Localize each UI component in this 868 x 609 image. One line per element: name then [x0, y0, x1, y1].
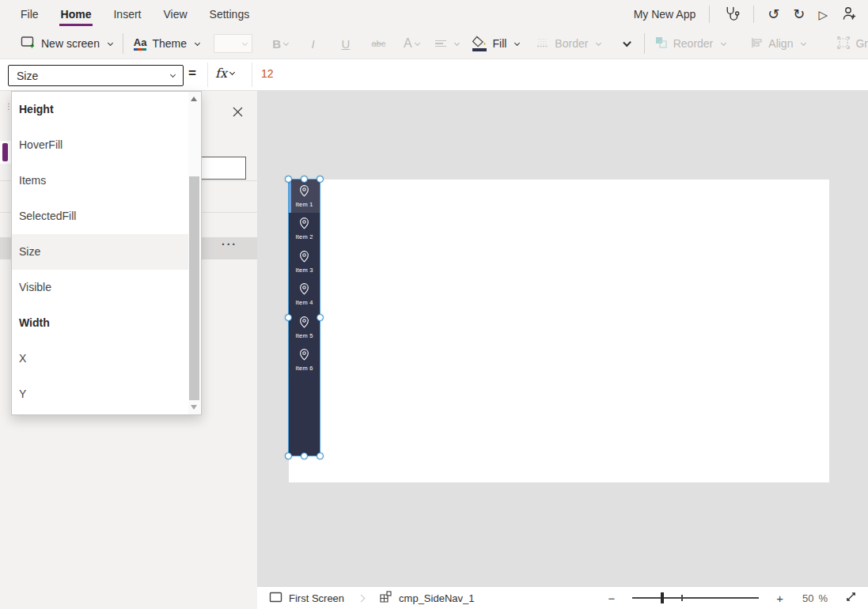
theme-button[interactable]: Aa Theme — [134, 37, 199, 51]
zoom-slider-thumb[interactable] — [661, 592, 664, 603]
breadcrumb-screen[interactable]: First Screen — [289, 592, 344, 604]
menu-item-insert[interactable]: Insert — [102, 0, 152, 28]
font-color-button[interactable]: A — [395, 36, 427, 51]
close-panel-icon[interactable] — [230, 104, 245, 119]
app-checker-icon[interactable] — [723, 5, 740, 24]
chevron-down-icon — [801, 40, 806, 45]
undo-icon[interactable]: ↺ — [768, 7, 779, 21]
italic-button[interactable]: I — [297, 37, 329, 51]
divider — [753, 6, 754, 23]
share-person-icon[interactable] — [841, 6, 857, 24]
property-option-items[interactable]: Items — [12, 163, 188, 199]
property-dropdown-list: HeightHoverFillItemsSelectedFillSizeVisi… — [11, 91, 202, 415]
sidenav-component[interactable]: Item 1Item 2Item 3Item 4Item 5Item 6 — [289, 180, 320, 456]
screen-artboard[interactable] — [289, 180, 829, 482]
redo-icon[interactable]: ↻ — [793, 7, 805, 21]
titlebar-right: My New App ↺ ↻ ▷ — [634, 0, 868, 28]
divider — [252, 62, 252, 87]
property-selector-combobox[interactable]: Size — [8, 65, 184, 86]
formula-input[interactable]: 12 — [261, 67, 860, 80]
property-option-x[interactable]: X — [12, 341, 188, 376]
sidenav-item-4[interactable]: Item 4 — [289, 278, 320, 312]
equals-sign: = — [188, 66, 196, 81]
border-label: Border — [555, 37, 588, 50]
selection-handle-top-middle[interactable] — [301, 176, 308, 183]
chevron-down-icon — [170, 72, 176, 78]
zoom-percent-value: 50 — [802, 592, 813, 604]
selection-handle-bottom-right[interactable] — [316, 452, 324, 460]
fit-to-window-icon[interactable] — [845, 591, 857, 605]
zoom-slider-tick — [681, 595, 683, 601]
scroll-down-icon[interactable] — [191, 405, 197, 410]
selection-handle-middle-right[interactable] — [316, 314, 324, 321]
text-align-button[interactable] — [435, 40, 459, 47]
menu-item-view[interactable]: View — [152, 0, 198, 28]
sidenav-item-5[interactable]: Item 5 — [289, 311, 320, 344]
font-size-combobox[interactable] — [214, 34, 252, 53]
reorder-icon — [655, 36, 668, 51]
sidenav-item-label: Item 4 — [295, 299, 313, 306]
status-bar: First Screen cmp_SideNav_1 − + 50 — [257, 586, 868, 609]
new-screen-icon — [21, 36, 36, 51]
selection-handle-middle-left[interactable] — [285, 314, 292, 321]
property-option-width[interactable]: Width — [12, 305, 188, 341]
breadcrumb: First Screen cmp_SideNav_1 — [257, 590, 474, 607]
sidenav-item-label: Item 2 — [295, 233, 313, 240]
selection-handle-top-left[interactable] — [285, 176, 292, 183]
reorder-button[interactable]: Reorder — [655, 36, 726, 51]
sidenav-item-3[interactable]: Item 3 — [289, 245, 320, 278]
fill-button[interactable]: Fill — [472, 36, 519, 51]
sidenav-item-1[interactable]: Item 1 — [289, 180, 320, 213]
zoom-slider[interactable] — [632, 597, 759, 599]
underline-button[interactable]: U — [329, 37, 362, 51]
chevron-down-icon — [283, 40, 289, 45]
property-option-selectedfill[interactable]: SelectedFill — [12, 199, 188, 234]
property-option-y[interactable]: Y — [12, 376, 188, 412]
align-button[interactable]: Align — [751, 37, 805, 51]
property-option-hoverfill[interactable]: HoverFill — [12, 127, 188, 163]
bold-button[interactable]: B — [263, 37, 296, 51]
fx-icon: fx — [215, 66, 227, 81]
property-option-height[interactable]: Height — [12, 92, 188, 127]
scrollbar-thumb[interactable] — [189, 176, 199, 400]
zoom-controls: − + 50 % — [608, 591, 868, 605]
chevron-down-icon — [596, 40, 601, 45]
main-menu: FileHomeInsertViewSettings — [0, 0, 260, 28]
fx-dropdown-button[interactable]: fx — [215, 66, 234, 81]
play-preview-icon[interactable]: ▷ — [818, 9, 828, 21]
overflow-menu-icon[interactable]: ··· — [222, 238, 237, 251]
fill-bucket-icon — [472, 36, 487, 51]
selection-handle-bottom-middle[interactable] — [301, 452, 308, 460]
border-button[interactable]: Border — [536, 37, 601, 51]
zoom-percent-unit: % — [818, 592, 828, 604]
chevron-down-icon — [229, 70, 235, 75]
group-button[interactable]: Gr — [837, 36, 868, 51]
menu-item-settings[interactable]: Settings — [199, 0, 261, 28]
align-icon — [751, 37, 763, 51]
menu-item-home[interactable]: Home — [50, 0, 103, 28]
ribbon-toolbar: New screen Aa Theme B I U abc A — [0, 28, 868, 59]
breadcrumb-component[interactable]: cmp_SideNav_1 — [399, 592, 474, 604]
dropdown-scrollbar[interactable] — [188, 92, 200, 414]
screen-icon — [269, 592, 282, 605]
property-option-visible[interactable]: Visible — [12, 270, 188, 305]
panel-search-input[interactable] — [200, 157, 246, 180]
more-commands-chevron-icon[interactable] — [624, 39, 632, 47]
divider — [709, 6, 710, 23]
map-pin-icon — [298, 316, 310, 331]
new-screen-button[interactable]: New screen — [21, 36, 112, 51]
selection-handle-bottom-left[interactable] — [285, 452, 292, 460]
selection-handle-top-right[interactable] — [316, 176, 324, 183]
zoom-in-button[interactable]: + — [776, 592, 783, 605]
scroll-up-icon[interactable] — [191, 96, 197, 101]
reorder-label: Reorder — [673, 37, 714, 50]
sidenav-item-2[interactable]: Item 2 — [289, 213, 320, 246]
zoom-out-button[interactable]: − — [608, 592, 615, 605]
map-pin-icon — [298, 348, 310, 364]
strikethrough-button[interactable]: abc — [362, 39, 395, 48]
menu-item-file[interactable]: File — [9, 0, 50, 28]
property-option-size[interactable]: Size — [12, 234, 188, 270]
canvas-area: Item 1Item 2Item 3Item 4Item 5Item 6 — [257, 91, 868, 586]
sidenav-item-6[interactable]: Item 6 — [289, 344, 320, 377]
border-icon — [536, 37, 549, 51]
